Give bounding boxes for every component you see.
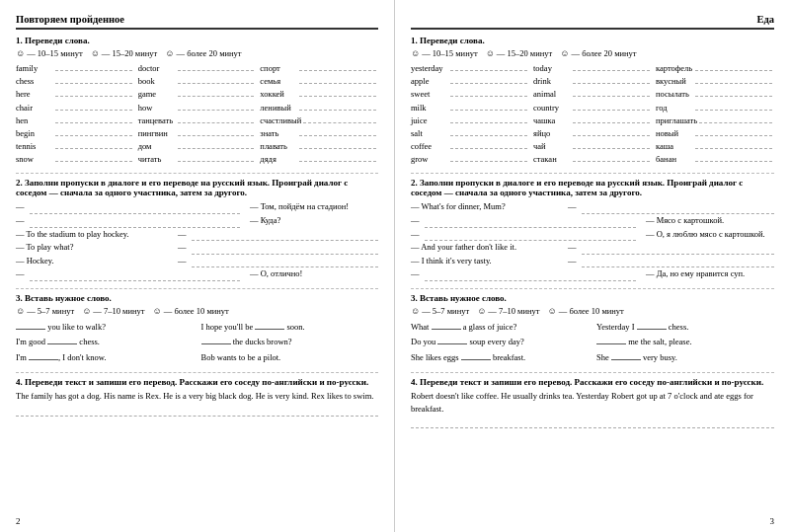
fill-line: She likes eggs breakfast. xyxy=(411,350,589,365)
word: каша xyxy=(656,140,693,153)
time-label: — 7–10 минут xyxy=(488,306,539,316)
word-line: чашка xyxy=(533,114,652,127)
smiley: ☺ xyxy=(548,306,557,316)
time-label: — 15–20 минут xyxy=(497,48,552,58)
blank[interactable] xyxy=(16,329,45,330)
word: milk xyxy=(411,102,448,114)
word-line: tennis xyxy=(16,140,134,153)
dash xyxy=(178,70,255,71)
right-col3: картофель вкусный посылать год приглашат… xyxy=(656,62,774,166)
word: chair xyxy=(16,102,53,114)
blank[interactable] xyxy=(461,359,491,360)
word: знать xyxy=(260,127,297,140)
word-line: sweet xyxy=(411,88,529,101)
right-s1-title: 1. Переведи слова. xyxy=(411,36,774,45)
word-line: milk xyxy=(411,102,529,114)
dialog-fill xyxy=(582,200,774,214)
word-line: drink xyxy=(533,75,652,88)
right-dialog: — What's for dinner, Mum? — — — Мясо с к… xyxy=(411,200,774,281)
dash xyxy=(573,148,650,149)
left-page-num: 2 xyxy=(16,516,21,526)
word: salt xyxy=(411,127,448,140)
word: tennis xyxy=(16,140,53,153)
word-line: картофель xyxy=(656,62,774,75)
blank[interactable] xyxy=(611,359,641,360)
blank[interactable] xyxy=(637,329,667,330)
fill-line: I'm good chess. xyxy=(16,335,194,349)
blank[interactable] xyxy=(596,343,626,344)
time-label: — более 10 минут xyxy=(559,306,624,316)
time-item: ☺ — более 10 минут xyxy=(153,306,229,316)
time-item: ☺ — 7–10 минут xyxy=(477,306,539,316)
word-line: год xyxy=(656,102,774,114)
time-item: ☺ — более 10 минут xyxy=(548,306,624,316)
blank[interactable] xyxy=(437,343,467,344)
blank[interactable] xyxy=(432,329,461,330)
page-right: Еда 1. Переведи слова. ☺ — 10–15 минут ☺… xyxy=(395,0,790,532)
right-word-grid: yesterday apple sweet milk juice salt co… xyxy=(411,62,774,166)
word-line: coffee xyxy=(411,140,529,153)
dash xyxy=(299,96,376,97)
dash xyxy=(178,96,255,97)
dialog-fill xyxy=(30,200,240,214)
blank[interactable] xyxy=(255,329,284,330)
dialog-row: — To play what? — xyxy=(16,241,378,255)
dash xyxy=(299,83,376,84)
dialog-text: — О, отлично! xyxy=(250,267,378,281)
word: дом xyxy=(138,140,176,153)
word: how xyxy=(138,102,176,114)
word: картофель xyxy=(656,62,693,75)
dash xyxy=(573,83,650,84)
fill-line: I hope you'll be soon. xyxy=(201,320,379,335)
word-line: чай xyxy=(533,140,652,153)
dialog-fill xyxy=(192,228,378,242)
blank[interactable] xyxy=(201,343,231,344)
dialog-row: — To the stadium to play hockey. — xyxy=(16,228,378,242)
word-line: chess xyxy=(16,75,134,88)
word: спорт xyxy=(260,62,297,75)
time-label: — более 20 минут xyxy=(572,48,637,58)
left-title: Повторяем пройденное xyxy=(16,14,124,25)
dash xyxy=(303,122,376,123)
word-line: семья xyxy=(260,75,378,88)
dialog-fill xyxy=(425,228,636,242)
word: book xyxy=(138,75,176,88)
dialog-fill xyxy=(582,255,774,268)
dash xyxy=(695,70,772,71)
time-item: ☺ — 5–7 минут xyxy=(16,306,74,316)
right-section4: 4. Переведи текст и запиши его перевод. … xyxy=(411,377,774,429)
word-line: приглашать xyxy=(656,114,774,127)
dash xyxy=(178,110,255,111)
word-line: дом xyxy=(138,140,257,153)
right-s2-title: 2. Заполни пропуски в диалоге и его пере… xyxy=(411,178,774,197)
dash xyxy=(55,161,132,162)
dialog-fill xyxy=(192,255,378,268)
blank[interactable] xyxy=(29,359,58,360)
dash xyxy=(695,83,772,84)
fill-line: Yesterday I chess. xyxy=(596,320,774,335)
right-col1: yesterday apple sweet milk juice salt co… xyxy=(411,62,529,166)
dash xyxy=(450,110,527,111)
dash xyxy=(450,122,527,123)
dialog-row: — — Да, но ему нравится суп. xyxy=(411,267,774,281)
dialog-text: — Куда? xyxy=(250,214,378,228)
word: посылать xyxy=(656,88,693,101)
dash xyxy=(573,161,650,162)
dialog-text: — What's for dinner, Mum? xyxy=(411,200,564,214)
word: приглашать xyxy=(656,114,697,127)
dialog-fill xyxy=(425,214,636,228)
word: coffee xyxy=(411,140,448,153)
dash xyxy=(178,135,255,136)
blank[interactable] xyxy=(47,343,77,344)
left-s2-title: 2. Заполни пропуски в диалоге и его пере… xyxy=(16,178,378,197)
dash xyxy=(573,122,650,123)
dash xyxy=(450,148,527,149)
smiley: ☺ xyxy=(82,306,91,316)
dash xyxy=(55,96,132,97)
word: вкусный xyxy=(656,75,693,88)
word-line: читать xyxy=(138,153,257,166)
dash xyxy=(299,110,376,111)
word: чай xyxy=(533,140,571,153)
word: танцевать xyxy=(138,114,176,127)
smiley-1: ☺ xyxy=(16,48,25,58)
